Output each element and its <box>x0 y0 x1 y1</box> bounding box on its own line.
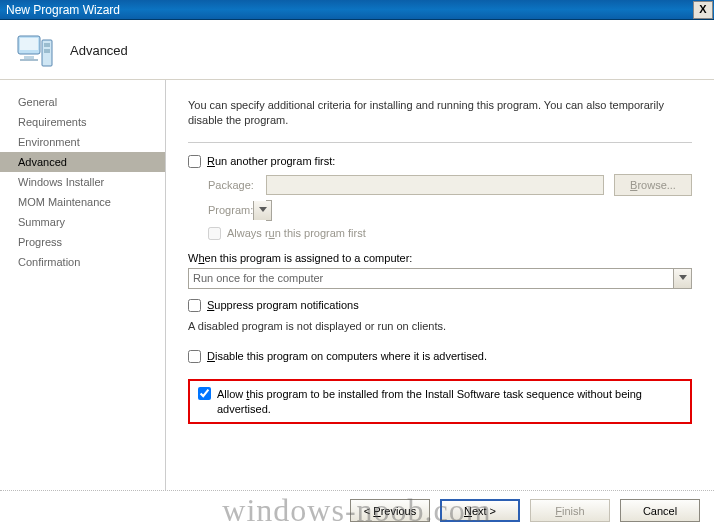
divider <box>188 142 692 143</box>
disabled-note: A disabled program is not displayed or r… <box>188 320 692 332</box>
svg-rect-2 <box>24 56 34 59</box>
run-first-row: Run another program first: <box>188 155 692 168</box>
sidebar: General Requirements Environment Advance… <box>0 80 166 490</box>
sidebar-item-general[interactable]: General <box>0 92 165 112</box>
sidebar-item-summary[interactable]: Summary <box>0 212 165 232</box>
wizard-icon <box>14 30 56 72</box>
next-button[interactable]: Next > <box>440 499 520 522</box>
footer: < Previous Next > Finish Cancel <box>0 490 714 530</box>
svg-rect-1 <box>20 38 38 50</box>
page-heading: Advanced <box>70 43 128 58</box>
close-button[interactable]: X <box>693 1 713 19</box>
previous-button[interactable]: < Previous <box>350 499 430 522</box>
always-run-checkbox <box>208 227 221 240</box>
disable-row: Disable this program on computers where … <box>188 350 692 363</box>
run-first-checkbox[interactable] <box>188 155 201 168</box>
svg-marker-8 <box>679 275 687 280</box>
description: You can specify additional criteria for … <box>188 98 692 128</box>
finish-button: Finish <box>530 499 610 522</box>
sidebar-item-progress[interactable]: Progress <box>0 232 165 252</box>
svg-rect-3 <box>20 59 38 61</box>
sidebar-item-advanced[interactable]: Advanced <box>0 152 165 172</box>
chevron-down-icon <box>253 201 271 220</box>
suppress-row: Suppress program notifications <box>188 299 692 312</box>
allow-label: Allow this program to be installed from … <box>217 387 682 417</box>
allow-checkbox[interactable] <box>198 387 211 400</box>
package-label: Package: <box>188 179 266 191</box>
suppress-label: Suppress program notifications <box>207 299 359 311</box>
disable-label: Disable this program on computers where … <box>207 350 487 362</box>
assigned-select[interactable]: Run once for the computer <box>188 268 692 289</box>
suppress-checkbox[interactable] <box>188 299 201 312</box>
program-combo <box>266 200 272 221</box>
package-row: Package: Browse... <box>188 174 692 196</box>
banner: Advanced <box>0 20 714 80</box>
disable-checkbox[interactable] <box>188 350 201 363</box>
window-title: New Program Wizard <box>6 0 693 20</box>
svg-rect-5 <box>44 43 50 47</box>
assigned-label: When this program is assigned to a compu… <box>188 252 692 264</box>
always-run-row: Always run this program first <box>208 227 692 240</box>
always-run-label: Always run this program first <box>227 227 366 239</box>
chevron-down-icon[interactable] <box>673 269 691 288</box>
browse-button: Browse... <box>614 174 692 196</box>
svg-rect-6 <box>44 49 50 53</box>
main-panel: You can specify additional criteria for … <box>166 80 714 490</box>
content: General Requirements Environment Advance… <box>0 80 714 490</box>
program-row: Program: <box>188 200 692 221</box>
cancel-button[interactable]: Cancel <box>620 499 700 522</box>
titlebar: New Program Wizard X <box>0 0 714 20</box>
run-first-label: Run another program first: <box>207 155 335 167</box>
package-input <box>266 175 604 195</box>
allow-highlight-box: Allow this program to be installed from … <box>188 379 692 425</box>
sidebar-item-confirmation[interactable]: Confirmation <box>0 252 165 272</box>
sidebar-item-windows-installer[interactable]: Windows Installer <box>0 172 165 192</box>
sidebar-item-environment[interactable]: Environment <box>0 132 165 152</box>
sidebar-item-requirements[interactable]: Requirements <box>0 112 165 132</box>
svg-marker-7 <box>259 207 267 212</box>
assigned-value: Run once for the computer <box>193 272 323 284</box>
sidebar-item-mom-maintenance[interactable]: MOM Maintenance <box>0 192 165 212</box>
